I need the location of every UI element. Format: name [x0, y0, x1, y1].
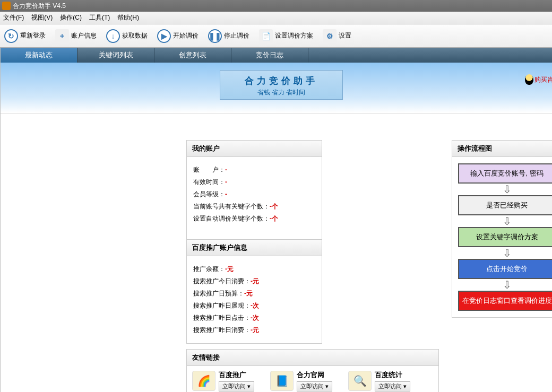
app-title: 合力竞价助手 V4.5 — [13, 2, 66, 11]
tab-log[interactable]: 竞价日志 — [231, 48, 308, 63]
banner-box: 合力竞价助手 省钱 省力 省时间 — [220, 70, 343, 100]
menu-operate[interactable]: 操作(C) — [60, 13, 82, 22]
flow-step-2: 是否已经购买是 — [458, 195, 552, 215]
menu-bar: 文件(F) 视图(V) 操作(C) 工具(T) 帮助(H) — [0, 12, 552, 24]
flow-step-5: 在竞价日志窗口查看调价进度 — [458, 291, 552, 311]
banner-subtitle: 省钱 省力 省时间 — [220, 88, 342, 97]
flow-step-3: 设置关键字调价方案 — [458, 227, 552, 247]
qq-icon — [525, 74, 533, 85]
friend-links-panel: 友情链接 🌈 百度推广立即访问 ▾ 📘 合力官网立即访问 ▾ 🔍 百度统计 — [186, 349, 439, 392]
arrow-icon: ⇩ — [503, 185, 512, 194]
visit-button-3[interactable]: 立即访问 ▾ — [375, 381, 410, 391]
gear-icon: ⚙ — [323, 29, 337, 43]
my-account-title: 我的账户 — [187, 141, 322, 157]
friend-links-title: 友情链接 — [187, 350, 438, 366]
flow-step-4: 点击开始竞价 — [458, 259, 552, 279]
link-baidu-stat: 🔍 百度统计立即访问 ▾ — [348, 370, 410, 391]
banner-title: 合力竞价助手 — [220, 75, 342, 87]
account-icon: ＋ — [55, 29, 69, 43]
relogin-button[interactable]: ↻重新登录 — [4, 29, 46, 43]
play-icon: ▶ — [157, 29, 171, 43]
refresh-icon: ↻ — [4, 29, 18, 43]
plan-icon: 📄 — [259, 29, 273, 43]
menu-help[interactable]: 帮助(H) — [117, 13, 139, 22]
visit-button-1[interactable]: 立即访问 ▾ — [219, 381, 254, 391]
settings-button[interactable]: ⚙设置 — [323, 29, 351, 43]
arrow-icon: ⇩ — [503, 248, 512, 258]
arrow-icon: ⇩ — [503, 216, 512, 226]
flow-step-1: 输入百度竞价账号, 密码 — [458, 163, 552, 184]
flow-title: 操作流程图 — [452, 140, 552, 157]
plan-button[interactable]: 📄设置调价方案 — [259, 29, 313, 43]
content: 最新动态 关键词列表 创意列表 竞价日志 合力竞价助手 省钱 省力 省时间 购买… — [1, 48, 552, 392]
qq-consult[interactable]: 购买咨询 — [525, 74, 552, 85]
link-baidu-promo: 🌈 百度推广立即访问 ▾ — [192, 370, 254, 391]
my-account-panel: 我的账户 账 户：- 有效时间：- 会员等级：- 当前账号共有关键字个数：-个 … — [186, 140, 322, 344]
account-info-button[interactable]: ＋账户信息 — [55, 29, 97, 43]
menu-tool[interactable]: 工具(T) — [89, 13, 110, 22]
title-bar: 合力竞价助手 V4.5 — [0, 0, 552, 12]
body-area: 我的账户 账 户：- 有效时间：- 会员等级：- 当前账号共有关键字个数：-个 … — [1, 114, 552, 392]
fetch-data-button[interactable]: ↓获取数据 — [106, 29, 148, 43]
tab-latest[interactable]: 最新动态 — [1, 48, 77, 63]
menu-file[interactable]: 文件(F) — [3, 13, 24, 22]
site-icon: 📘 — [270, 371, 294, 391]
stop-button[interactable]: ❚❚停止调价 — [208, 29, 249, 43]
rainbow-icon: 🌈 — [192, 371, 215, 391]
link-heli-site: 📘 合力官网立即访问 ▾ — [270, 370, 332, 391]
toolbar: ↻重新登录 ＋账户信息 ↓获取数据 ▶开始调价 ❚❚停止调价 📄设置调价方案 ⚙… — [0, 24, 552, 48]
arrow-icon: ⇩ — [503, 280, 512, 290]
baidu-info-title: 百度推广账户信息 — [187, 240, 322, 256]
visit-button-2[interactable]: 立即访问 ▾ — [297, 381, 332, 391]
app-icon — [2, 2, 11, 10]
tab-bar: 最新动态 关键词列表 创意列表 竞价日志 — [1, 48, 552, 63]
main-area: 最新动态 关键词列表 创意列表 竞价日志 合力竞价助手 省钱 省力 省时间 购买… — [0, 48, 552, 392]
pause-icon: ❚❚ — [208, 29, 222, 43]
tab-creative[interactable]: 创意列表 — [154, 48, 231, 63]
tab-keywords[interactable]: 关键词列表 — [77, 48, 154, 63]
banner: 合力竞价助手 省钱 省力 省时间 购买咨询 — [1, 63, 552, 114]
download-icon: ↓ — [106, 29, 120, 43]
menu-view[interactable]: 视图(V) — [31, 13, 53, 22]
stat-icon: 🔍 — [348, 371, 372, 391]
start-button[interactable]: ▶开始调价 — [157, 29, 199, 43]
flow-panel: 操作流程图 输入百度竞价账号, 密码 ⇩ 是否已经购买是 ⇩ 设置关键字调价方案… — [452, 140, 552, 392]
